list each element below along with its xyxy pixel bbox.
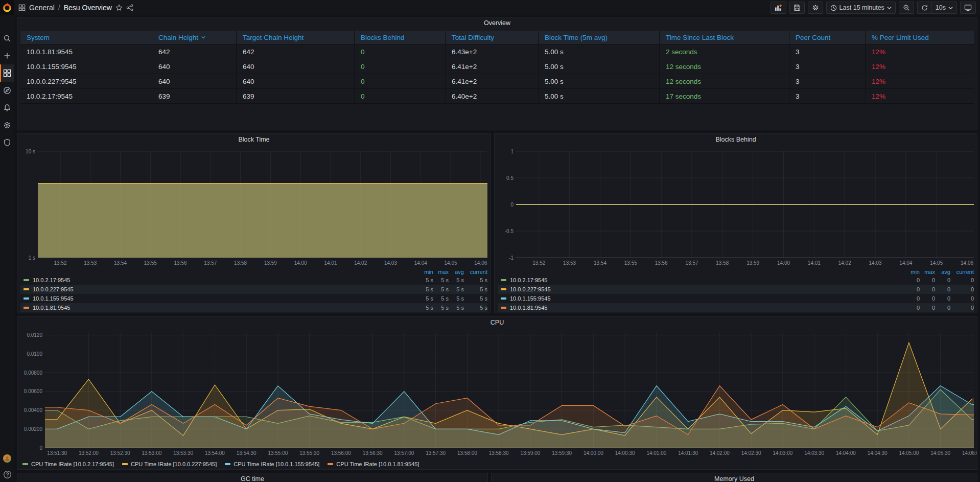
block-time-legend: minmaxavgcurrent10.0.2.17:95455 s5 s5 s5… bbox=[20, 268, 487, 312]
legend-stat-header-avg[interactable]: avg bbox=[935, 269, 950, 275]
refresh-button[interactable] bbox=[917, 2, 931, 14]
legend-stat-value: 0 bbox=[935, 305, 950, 311]
sidebar-item-server-admin[interactable] bbox=[0, 134, 14, 151]
block-time-chart[interactable]: 10 s1 s13:5213:5313:5413:5513:5613:5713:… bbox=[17, 145, 491, 269]
column-header-chain-height[interactable]: Chain Height bbox=[152, 31, 237, 44]
legend-stat-value: 0 bbox=[920, 295, 935, 302]
svg-text:14:01:30: 14:01:30 bbox=[678, 450, 698, 456]
legend-item-10.0.0.227:9545[interactable]: CPU Time IRate [10.0.0.227:9545] bbox=[122, 461, 217, 467]
svg-text:13:58: 13:58 bbox=[234, 260, 247, 266]
column-header-target-chain-height[interactable]: Target Chain Height bbox=[237, 31, 355, 44]
series-color-swatch bbox=[501, 279, 506, 281]
add-panel-button[interactable] bbox=[771, 2, 786, 14]
legend-stat-header-current[interactable]: current bbox=[950, 269, 974, 275]
legend-stat-header-current[interactable]: current bbox=[464, 269, 487, 275]
column-header-system[interactable]: System bbox=[20, 31, 152, 44]
legend-series-10.0.1.155:9545[interactable]: 10.0.1.155:9545 bbox=[501, 295, 904, 302]
legend-stat-value: 5 s bbox=[433, 305, 449, 311]
breadcrumb-dashboard-title[interactable]: Besu Overview bbox=[64, 4, 112, 12]
sidebar-item-explore[interactable] bbox=[0, 82, 14, 99]
share-icon[interactable] bbox=[126, 4, 133, 11]
legend-series-10.0.0.227:9545[interactable]: 10.0.0.227:9545 bbox=[24, 286, 418, 292]
panel-cpu-title[interactable]: CPU bbox=[17, 317, 977, 328]
legend-series-10.0.1.155:9545[interactable]: 10.0.1.155:9545 bbox=[24, 295, 418, 302]
sidebar-item-dashboards[interactable] bbox=[0, 64, 14, 82]
legend-item-10.0.1.81:9545[interactable]: CPU Time IRate [10.0.1.81:9545] bbox=[328, 461, 419, 467]
top-navbar: General / Besu Overview Last bbox=[14, 0, 980, 15]
sidebar-item-alerting[interactable] bbox=[0, 99, 14, 117]
table-cell: 3 bbox=[789, 59, 866, 74]
legend-stat-header-min[interactable]: min bbox=[904, 269, 920, 275]
legend-item-10.0.2.17:9545[interactable]: CPU Time IRate [10.0.2.17:9545] bbox=[22, 461, 114, 467]
svg-text:13:56:30: 13:56:30 bbox=[363, 450, 383, 456]
panel-overview-title[interactable]: Overview bbox=[17, 17, 977, 29]
legend-series-10.0.1.81:9545[interactable]: 10.0.1.81:9545 bbox=[501, 305, 904, 311]
column-header-total-difficulty[interactable]: Total Difficulty bbox=[446, 31, 539, 44]
legend-series-10.0.2.17:9545[interactable]: 10.0.2.17:9545 bbox=[501, 277, 904, 283]
legend-stat-value: 5 s bbox=[433, 277, 449, 283]
legend-stat-value: 0 bbox=[935, 286, 950, 292]
column-header-blocks-behind[interactable]: Blocks Behind bbox=[355, 31, 446, 44]
svg-text:14:00: 14:00 bbox=[777, 260, 790, 266]
table-row: 10.0.0.227:954564064006.41e+25.00 s12 se… bbox=[20, 74, 974, 89]
table-cell: 12% bbox=[866, 89, 974, 104]
svg-text:13:54:30: 13:54:30 bbox=[237, 450, 256, 456]
blocks-behind-chart[interactable]: 10.50-0.5-113:5213:5313:5413:5513:5613:5… bbox=[495, 145, 977, 269]
zoom-out-button[interactable] bbox=[899, 2, 914, 14]
sidebar-item-help[interactable] bbox=[3, 470, 12, 479]
sidebar-item-configuration[interactable] bbox=[0, 117, 14, 134]
legend-stat-header-min[interactable]: min bbox=[418, 269, 433, 275]
svg-text:0: 0 bbox=[39, 445, 42, 451]
table-cell: 5.00 s bbox=[539, 74, 660, 89]
column-header--peer-limit-used[interactable]: % Peer Limit Used bbox=[866, 31, 974, 44]
panel-block-time-title[interactable]: Block Time bbox=[17, 134, 491, 145]
legend-row: 10.0.1.81:95450000 bbox=[498, 303, 974, 312]
cpu-chart[interactable]: 00.002000.004000.006000.008000.01000.012… bbox=[17, 328, 977, 459]
refresh-interval-dropdown[interactable]: 10s bbox=[931, 2, 957, 14]
sidebar-item-search[interactable] bbox=[0, 30, 14, 47]
legend-stat-header-max[interactable]: max bbox=[920, 269, 935, 275]
series-label: CPU Time IRate [10.0.0.227:9545] bbox=[131, 461, 217, 467]
legend-stat-header-avg[interactable]: avg bbox=[449, 269, 464, 275]
chevron-down-icon bbox=[887, 6, 892, 10]
panel-memory-used-title[interactable]: Memory Used bbox=[492, 473, 977, 482]
svg-text:-0.5: -0.5 bbox=[505, 228, 514, 234]
user-avatar[interactable] bbox=[3, 454, 12, 463]
svg-text:14:03: 14:03 bbox=[869, 260, 882, 266]
table-cell: 640 bbox=[152, 59, 237, 74]
column-header-time-since-last-block[interactable]: Time Since Last Block bbox=[660, 31, 789, 44]
svg-text:13:55: 13:55 bbox=[624, 260, 637, 266]
svg-text:13:51:30: 13:51:30 bbox=[47, 450, 67, 456]
column-header-block-time-5m-avg-[interactable]: Block Time (5m avg) bbox=[539, 31, 660, 44]
table-cell: 10.0.1.81:9545 bbox=[20, 44, 152, 59]
legend-row: 10.0.0.227:95455 s5 s5 s5 s bbox=[20, 285, 487, 294]
add-panel-icon bbox=[775, 4, 782, 11]
svg-text:13:53:30: 13:53:30 bbox=[173, 450, 193, 456]
grafana-logo[interactable] bbox=[0, 0, 14, 15]
column-header-peer-count[interactable]: Peer Count bbox=[789, 31, 866, 44]
help-icon bbox=[3, 470, 12, 479]
legend-series-10.0.2.17:9545[interactable]: 10.0.2.17:9545 bbox=[24, 277, 418, 283]
legend-stat-header-max[interactable]: max bbox=[433, 269, 449, 275]
svg-text:13:58:00: 13:58:00 bbox=[457, 450, 477, 456]
cycle-view-mode-button[interactable] bbox=[960, 2, 976, 14]
overview-table: SystemChain HeightTarget Chain HeightBlo… bbox=[20, 31, 974, 104]
legend-item-10.0.1.155:9545[interactable]: CPU Time IRate [10.0.1.155:9545] bbox=[225, 461, 319, 467]
panel-gc-time-title[interactable]: GC time bbox=[17, 473, 487, 482]
svg-text:14:02:30: 14:02:30 bbox=[741, 450, 761, 456]
series-name: 10.0.1.81:9545 bbox=[510, 305, 547, 311]
table-cell: 6.43e+2 bbox=[446, 44, 539, 59]
svg-text:13:53:00: 13:53:00 bbox=[142, 450, 161, 456]
panel-memory-used: Memory Used bbox=[491, 473, 977, 482]
dashboard-settings-button[interactable] bbox=[808, 2, 823, 14]
svg-text:13:55:00: 13:55:00 bbox=[268, 450, 288, 456]
save-dashboard-button[interactable] bbox=[789, 2, 805, 14]
legend-series-10.0.0.227:9545[interactable]: 10.0.0.227:9545 bbox=[501, 286, 904, 292]
panel-blocks-behind-title[interactable]: Blocks Behind bbox=[495, 134, 977, 145]
breadcrumb-folder[interactable]: General bbox=[29, 4, 55, 12]
sidebar-item-create[interactable] bbox=[0, 47, 14, 64]
star-icon[interactable] bbox=[115, 4, 123, 11]
svg-text:13:57:00: 13:57:00 bbox=[394, 450, 414, 456]
legend-series-10.0.1.81:9545[interactable]: 10.0.1.81:9545 bbox=[24, 305, 418, 311]
time-range-picker[interactable]: Last 15 minutes bbox=[826, 2, 896, 14]
